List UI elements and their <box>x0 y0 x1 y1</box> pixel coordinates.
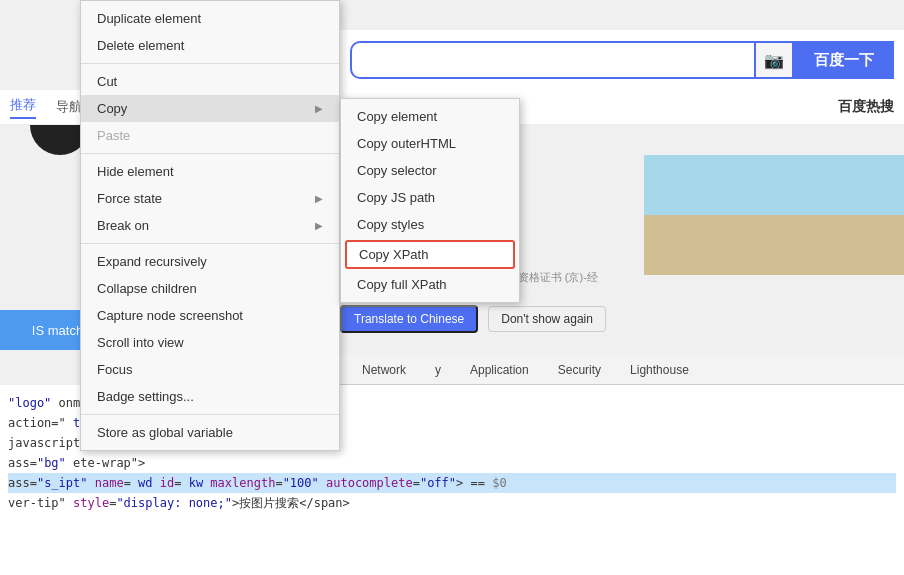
menu-duplicate-element[interactable]: Duplicate element <box>81 5 339 32</box>
nav-item-recommend[interactable]: 推荐 <box>10 96 36 119</box>
menu-store-global[interactable]: Store as global variable <box>81 419 339 446</box>
tab-security[interactable]: Security <box>546 359 613 381</box>
submenu-copy-styles[interactable]: Copy styles <box>341 211 519 238</box>
search-input[interactable] <box>350 41 756 79</box>
menu-capture-screenshot[interactable]: Capture node screenshot <box>81 302 339 329</box>
translate-button[interactable]: Translate to Chinese <box>340 305 478 333</box>
menu-paste[interactable]: Paste <box>81 122 339 149</box>
submenu-copy-full-xpath[interactable]: Copy full XPath <box>341 271 519 298</box>
menu-separator-3 <box>81 243 339 244</box>
menu-force-state[interactable]: Force state ▶ <box>81 185 339 212</box>
menu-separator-4 <box>81 414 339 415</box>
tab-y[interactable]: y <box>423 359 453 381</box>
submenu-copy-outerhtml[interactable]: Copy outerHTML <box>341 130 519 157</box>
context-menu-left: Duplicate element Delete element Cut Cop… <box>80 0 340 451</box>
tab-network[interactable]: Network <box>350 359 418 381</box>
menu-collapse-children[interactable]: Collapse children <box>81 275 339 302</box>
submenu-copy-element[interactable]: Copy element <box>341 103 519 130</box>
baidu-searchbar: 📷 百度一下 <box>340 30 904 90</box>
menu-delete-element[interactable]: Delete element <box>81 32 339 59</box>
code-line-5: ver-tip" style="display: none;">按图片搜索</s… <box>8 493 896 513</box>
hotbox-title: 百度热搜 <box>838 98 894 116</box>
landscape-image <box>644 155 904 275</box>
menu-expand-recursively[interactable]: Expand recursively <box>81 248 339 275</box>
menu-hide-element[interactable]: Hide element <box>81 158 339 185</box>
tab-application[interactable]: Application <box>458 359 541 381</box>
code-text-1: "logo" <box>8 396 51 410</box>
menu-separator-1 <box>81 63 339 64</box>
code-text-4: "bg" <box>37 456 66 470</box>
code-line-highlighted[interactable]: ass="s_ipt" name= wd id= kw maxlength="1… <box>8 473 896 493</box>
menu-badge-settings[interactable]: Badge settings... <box>81 383 339 410</box>
submenu-copy-selector[interactable]: Copy selector <box>341 157 519 184</box>
baidu-search-button[interactable]: 百度一下 <box>794 41 894 79</box>
nav-item-guide[interactable]: 导航 <box>56 98 82 116</box>
menu-copy[interactable]: Copy ▶ <box>81 95 339 122</box>
force-state-arrow: ▶ <box>315 193 323 204</box>
devtools-tabs: Network y Application Security Lighthous… <box>340 355 904 385</box>
submenu-copy-js-path[interactable]: Copy JS path <box>341 184 519 211</box>
camera-icon[interactable]: 📷 <box>756 41 794 79</box>
dont-show-button[interactable]: Don't show again <box>488 306 606 332</box>
break-on-arrow: ▶ <box>315 220 323 231</box>
translate-bar: Translate to Chinese Don't show again <box>340 305 606 333</box>
copy-submenu-arrow: ▶ <box>315 103 323 114</box>
menu-scroll-into-view[interactable]: Scroll into view <box>81 329 339 356</box>
menu-separator-2 <box>81 153 339 154</box>
submenu-copy-xpath[interactable]: Copy XPath <box>345 240 515 269</box>
menu-cut[interactable]: Cut <box>81 68 339 95</box>
code-line-4: ass="bg" ete-wrap"> <box>8 453 896 473</box>
menu-focus[interactable]: Focus <box>81 356 339 383</box>
context-menu-right: Copy element Copy outerHTML Copy selecto… <box>340 98 520 303</box>
menu-break-on[interactable]: Break on ▶ <box>81 212 339 239</box>
tab-lighthouse[interactable]: Lighthouse <box>618 359 701 381</box>
